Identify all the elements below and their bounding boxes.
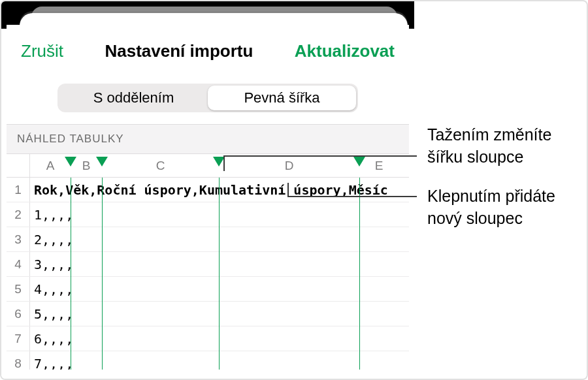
preview-rows: 1Rok,Věk,Roční úspory,Kumulativní úspory…: [7, 178, 409, 370]
preview-row[interactable]: 32,,,,: [7, 227, 409, 252]
row-text: 1,,,,: [34, 202, 409, 227]
row-number: 8: [7, 351, 30, 370]
column-letter-E[interactable]: E: [359, 154, 399, 178]
import-settings-sheet: Zrušit Nastavení importu Aktualizovat S …: [7, 25, 409, 380]
row-text: 7,,,,: [34, 351, 409, 370]
preview-row[interactable]: 76,,,,: [7, 326, 409, 351]
callout-drag-leader-v: [223, 155, 225, 171]
row-text: 5,,,,: [34, 302, 409, 326]
segment-delimited[interactable]: S oddělením: [59, 86, 208, 110]
segmented-control-wrap: S oddělením Pevná šířka: [7, 68, 409, 124]
preview-row[interactable]: 21,,,,: [7, 202, 409, 227]
nav-bar: Zrušit Nastavení importu Aktualizovat: [7, 25, 409, 68]
preview-row-header[interactable]: 1Rok,Věk,Roční úspory,Kumulativní úspory…: [7, 178, 409, 202]
section-header-preview: NÁHLED TABULKY: [7, 124, 409, 154]
column-divider[interactable]: [219, 178, 220, 370]
column-letter-C[interactable]: C: [102, 154, 219, 178]
callout-drag-to-resize: Tažením změníte šířku sloupce: [427, 124, 584, 168]
table-preview[interactable]: ABCDE 1Rok,Věk,Roční úspory,Kumulativní …: [7, 154, 409, 370]
segment-fixed-width[interactable]: Pevná šířka: [208, 86, 356, 110]
row-number: 6: [7, 302, 30, 326]
sheet-title: Nastavení importu: [105, 41, 253, 61]
row-text: 4,,,,: [34, 277, 409, 301]
screenshot-stage: Zrušit Nastavení importu Aktualizovat S …: [0, 0, 588, 380]
row-number: 1: [7, 178, 30, 202]
column-header-row[interactable]: ABCDE: [7, 154, 409, 178]
column-resize-handle[interactable]: [96, 157, 108, 166]
row-text: 3,,,,: [34, 252, 409, 276]
callout-tap-leader-v: [287, 183, 289, 196]
callout-drag-leader-h: [223, 155, 417, 157]
rownum-gutter-head: [7, 154, 30, 177]
device-panel: Zrušit Nastavení importu Aktualizovat S …: [1, 1, 414, 380]
row-number: 7: [7, 326, 30, 351]
preview-row[interactable]: 65,,,,: [7, 302, 409, 326]
row-text: 6,,,,: [34, 326, 409, 351]
column-letter-D[interactable]: D: [219, 154, 359, 178]
row-text: Rok,Věk,Roční úspory,Kumulativní úspory,…: [34, 178, 409, 202]
row-number: 2: [7, 202, 30, 227]
column-resize-handle[interactable]: [353, 157, 365, 166]
cancel-button[interactable]: Zrušit: [21, 41, 63, 61]
apply-button[interactable]: Aktualizovat: [295, 41, 395, 61]
row-text: 2,,,,: [34, 227, 409, 251]
column-resize-handle[interactable]: [65, 157, 76, 166]
segmented-control[interactable]: S oddělením Pevná šířka: [57, 84, 358, 112]
callout-tap-text: Klepnutím přidáte nový sloupec: [427, 187, 555, 227]
column-divider[interactable]: [102, 178, 103, 370]
callout-tap-to-add: Klepnutím přidáte nový sloupec: [427, 185, 584, 230]
preview-row[interactable]: 87,,,,: [7, 351, 409, 370]
callout-tap-leader-h: [287, 196, 417, 197]
column-divider[interactable]: [71, 178, 71, 370]
row-number: 3: [7, 227, 30, 251]
row-number: 5: [7, 277, 30, 301]
preview-row[interactable]: 54,,,,: [7, 277, 409, 302]
preview-row[interactable]: 43,,,,: [7, 252, 409, 277]
column-divider[interactable]: [359, 178, 360, 370]
row-number: 4: [7, 252, 30, 276]
callout-drag-text: Tažením změníte šířku sloupce: [427, 125, 551, 166]
